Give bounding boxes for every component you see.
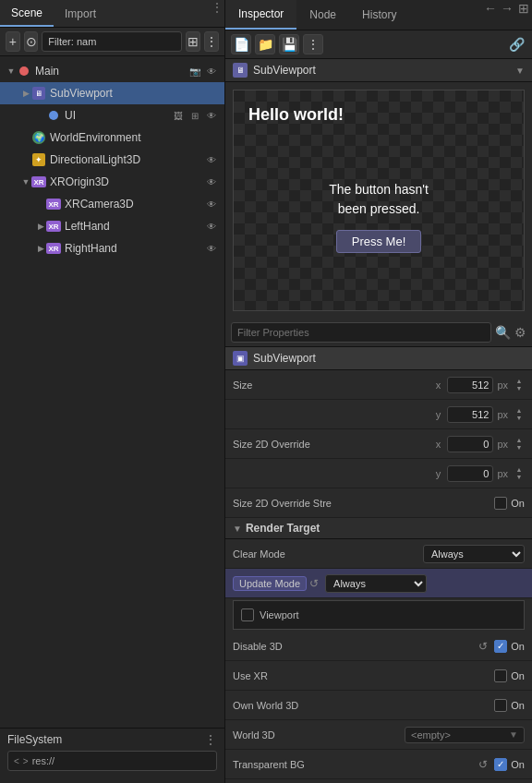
tab-history[interactable]: History: [349, 0, 409, 30]
tab-node[interactable]: Node: [296, 0, 349, 30]
filter-settings-icon[interactable]: ⚙: [514, 325, 526, 340]
render-target-section[interactable]: ▼ Render Target: [225, 518, 532, 539]
disable3d-checkbox[interactable]: [494, 640, 507, 653]
scene-filter-input[interactable]: [42, 31, 182, 52]
inspector-more-icon[interactable]: ⋮: [303, 34, 323, 54]
xrcamera-eye-icon[interactable]: 👁: [204, 197, 219, 211]
filesystem-path[interactable]: < > res://: [7, 751, 217, 771]
tree-label-xrcamera: XRCamera3D: [65, 198, 204, 211]
main-eye-icon[interactable]: 👁: [204, 64, 219, 78]
subviewport-node-icon: 🖥: [31, 86, 46, 101]
size2d-y-down[interactable]: ▼: [514, 474, 525, 481]
lefthand-node-icon: XR: [46, 219, 61, 234]
size2d-x-down[interactable]: ▼: [514, 444, 525, 452]
ui-eye-icon[interactable]: 👁: [204, 108, 219, 123]
scene-panel-more-icon[interactable]: ⋮: [210, 0, 224, 15]
inspector-nav-right-icon[interactable]: →: [499, 0, 515, 17]
tab-scene[interactable]: Scene: [0, 0, 54, 27]
add-node-button[interactable]: +: [6, 31, 20, 52]
transparentbg-value: ↺ On: [476, 757, 525, 772]
nav-back-icon[interactable]: <: [14, 756, 19, 766]
size-x-up[interactable]: ▲: [514, 378, 525, 385]
ownworld3d-checkbox[interactable]: [494, 699, 507, 712]
lefthand-eye-icon[interactable]: 👁: [204, 219, 219, 234]
size2d-x-input[interactable]: [447, 436, 493, 452]
disable3d-label: Disable 3D: [233, 641, 476, 652]
tree-label-subviewport: SubViewport: [50, 87, 219, 100]
inspector-open-icon[interactable]: 📁: [255, 34, 275, 54]
filter-search-icon[interactable]: 🔍: [495, 325, 511, 340]
usexr-checkbox[interactable]: [494, 669, 507, 682]
tree-arrow-main[interactable]: ▼: [6, 66, 17, 77]
dirlight-node-icon: ✦: [31, 152, 46, 167]
tree-item-xrorigin[interactable]: ▼ XR XROrigin3D 👁: [0, 171, 224, 193]
worldenv-node-icon: 🌍: [31, 130, 46, 145]
size-x-down[interactable]: ▼: [514, 385, 525, 392]
size2d-label: Size 2D Override: [233, 439, 432, 450]
disable3d-reset-icon[interactable]: ↺: [476, 639, 490, 654]
prop-update-mode-row: Update Mode ↺ Always: [225, 569, 532, 598]
size-y-input[interactable]: [447, 406, 493, 423]
dirlight-eye-icon[interactable]: 👁: [204, 152, 219, 167]
prop-world3d-row: World 3D <empty> ▼: [225, 720, 532, 750]
link-node-button[interactable]: ⊙: [24, 31, 39, 52]
size-y-up[interactable]: ▲: [514, 407, 525, 415]
transparentbg-on-text: On: [511, 759, 525, 770]
tab-import[interactable]: Import: [54, 0, 107, 27]
tree-item-dirlight[interactable]: ▶ ✦ DirectionalLight3D 👁: [0, 149, 224, 171]
size2d-y-unit: px: [497, 468, 508, 479]
filesystem-more-icon[interactable]: ⋮: [204, 732, 217, 747]
size-x-input[interactable]: [447, 377, 493, 393]
world3d-dropdown[interactable]: <empty> ▼: [405, 727, 525, 743]
prop-ownworld3d-row: Own World 3D On: [225, 691, 532, 720]
usexr-label: Use XR: [233, 670, 494, 681]
transparentbg-reset-icon[interactable]: ↺: [476, 757, 490, 772]
xrorigin-eye-icon[interactable]: 👁: [204, 175, 219, 189]
size2d-y-up[interactable]: ▲: [514, 466, 525, 474]
inspector-new-icon[interactable]: 📄: [231, 34, 251, 54]
size2d-y-spinner[interactable]: ▲ ▼: [514, 466, 525, 481]
group-button[interactable]: ⊞: [186, 31, 200, 52]
node-dropdown-arrow[interactable]: ▼: [515, 66, 525, 76]
press-me-button[interactable]: Press Me!: [336, 230, 422, 253]
filter-properties-input[interactable]: [231, 322, 491, 343]
tree-item-xrcamera[interactable]: ▶ XR XRCamera3D 👁: [0, 193, 224, 215]
tree-item-righthand[interactable]: ▶ XR RightHand 👁: [0, 237, 224, 259]
scene-more-button[interactable]: ⋮: [204, 31, 219, 52]
tab-inspector[interactable]: Inspector: [225, 0, 296, 30]
ui-frame-icon[interactable]: 🖼: [171, 108, 186, 123]
tree-arrow-xrorigin[interactable]: ▼: [20, 176, 31, 187]
update-mode-reset-icon[interactable]: ↺: [307, 576, 321, 591]
righthand-eye-icon[interactable]: 👁: [204, 241, 219, 256]
tree-arrow-subviewport[interactable]: ▶: [20, 88, 31, 99]
render-target-arrow: ▼: [233, 524, 242, 534]
viewport-checkbox[interactable]: [241, 608, 254, 621]
update-mode-select[interactable]: Always: [325, 574, 427, 593]
inspector-toolbar: 📄 📁 💾 ⋮ 🔗: [225, 30, 532, 59]
inspector-save-icon[interactable]: 💾: [279, 34, 299, 54]
update-mode-value: ↺ Always: [307, 574, 427, 593]
tree-arrow-righthand[interactable]: ▶: [35, 243, 46, 254]
size2d-y-input[interactable]: [447, 465, 493, 482]
size-y-down[interactable]: ▼: [514, 415, 525, 422]
tree-item-lefthand[interactable]: ▶ XR LeftHand 👁: [0, 215, 224, 237]
size2d-x-up[interactable]: ▲: [514, 437, 525, 444]
transparentbg-checkbox[interactable]: [494, 758, 507, 771]
size-y-spinner[interactable]: ▲ ▼: [514, 407, 525, 422]
main-camera-icon[interactable]: 📷: [187, 64, 202, 78]
size-x-spinner[interactable]: ▲ ▼: [514, 378, 525, 392]
tree-item-ui[interactable]: ▶ UI 🖼 ⊞ 👁: [0, 104, 224, 126]
ui-group-icon[interactable]: ⊞: [187, 108, 202, 123]
tree-item-worldenv[interactable]: ▶ 🌍 WorldEnvironment: [0, 126, 224, 149]
inspector-layout-icon[interactable]: ⊞: [515, 0, 532, 17]
tree-arrow-lefthand[interactable]: ▶: [35, 221, 46, 232]
prop-transparentbg-row: Transparent BG ↺ On: [225, 750, 532, 779]
size2d-stretch-checkbox[interactable]: [494, 497, 507, 510]
tree-item-subviewport[interactable]: ▶ 🖥 SubViewport: [0, 82, 224, 104]
clear-mode-select[interactable]: Always: [423, 545, 525, 563]
inspector-link-icon[interactable]: 🔗: [506, 34, 526, 54]
inspector-nav-left-icon[interactable]: ←: [482, 0, 499, 17]
tree-item-main[interactable]: ▼ Main 📷 👁: [0, 60, 224, 82]
size2d-x-spinner[interactable]: ▲ ▼: [514, 437, 525, 452]
nav-fwd-icon[interactable]: >: [23, 756, 29, 766]
